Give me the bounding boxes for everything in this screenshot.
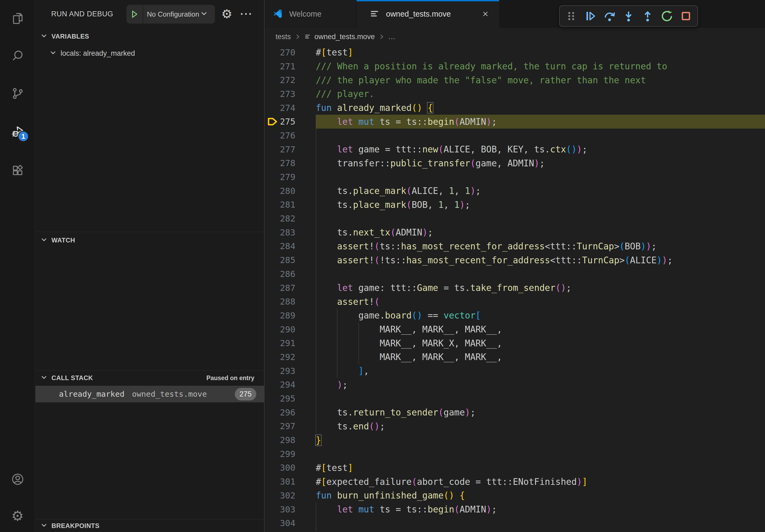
close-icon[interactable] bbox=[481, 9, 490, 19]
tab-welcome[interactable]: Welcome bbox=[264, 0, 357, 28]
line-number[interactable]: 289 bbox=[264, 311, 316, 321]
breadcrumb-folder[interactable]: tests bbox=[276, 33, 291, 41]
line-number[interactable]: 273 bbox=[264, 89, 316, 99]
code-line-303[interactable]: 303 let mut ts = ts::begin(ADMIN); bbox=[264, 502, 765, 516]
line-number[interactable]: 302 bbox=[264, 490, 316, 501]
code-line-284[interactable]: 284 assert!(ts::has_most_recent_for_addr… bbox=[264, 239, 765, 253]
line-number[interactable]: 299 bbox=[264, 449, 316, 459]
code-line-288[interactable]: 288 assert!( bbox=[264, 295, 765, 309]
debug-settings-gear-icon[interactable]: ⚙ bbox=[219, 0, 235, 28]
code-line-294[interactable]: 294 ); bbox=[264, 378, 765, 392]
line-number[interactable]: 296 bbox=[264, 407, 316, 417]
search-icon[interactable] bbox=[0, 43, 35, 69]
code-line-273[interactable]: 273/// player. bbox=[264, 87, 765, 101]
line-number[interactable]: 277 bbox=[264, 144, 316, 154]
config-dropdown[interactable]: No Configurations bbox=[147, 10, 200, 19]
line-number[interactable]: 300 bbox=[264, 463, 316, 473]
code-line-292[interactable]: 292 MARK__, MARK__, MARK__, bbox=[264, 350, 765, 364]
code-line-276[interactable]: 276 bbox=[264, 129, 765, 142]
code-line-285[interactable]: 285 assert!(!ts::has_most_recent_for_add… bbox=[264, 253, 765, 267]
line-number[interactable]: 298 bbox=[264, 435, 316, 445]
call-stack-section-header[interactable]: CALL STACK Paused on entry bbox=[35, 371, 264, 385]
code-line-289[interactable]: 289 game.board() == vector[ bbox=[264, 309, 765, 323]
settings-gear-icon[interactable]: ⚙ bbox=[0, 503, 35, 529]
code-line-271[interactable]: 271/// When a position is already marked… bbox=[264, 60, 765, 73]
code-line-297[interactable]: 297 ts.end(); bbox=[264, 419, 765, 433]
code-line-293[interactable]: 293 ], bbox=[264, 364, 765, 378]
line-number[interactable]: 280 bbox=[264, 186, 316, 196]
breadcrumb-symbol[interactable]: … bbox=[388, 33, 395, 41]
line-number[interactable]: 279 bbox=[264, 172, 316, 182]
line-number[interactable]: 304 bbox=[264, 518, 316, 528]
code-line-281[interactable]: 281 ts.place_mark(BOB, 1, 1); bbox=[264, 198, 765, 212]
explorer-icon[interactable] bbox=[0, 6, 35, 31]
stop-icon[interactable] bbox=[678, 9, 693, 24]
line-number[interactable]: 270 bbox=[264, 47, 316, 58]
line-number[interactable]: 286 bbox=[264, 269, 316, 279]
breadcrumb-file[interactable]: owned_tests.move bbox=[315, 33, 375, 41]
line-number[interactable]: 283 bbox=[264, 227, 316, 238]
code-line-283[interactable]: 283 ts.next_tx(ADMIN); bbox=[264, 226, 765, 239]
code-line-302[interactable]: 302fun burn_unfinished_game() { bbox=[264, 489, 765, 502]
line-number[interactable]: 301 bbox=[264, 476, 316, 487]
code-line-298[interactable]: 298} bbox=[264, 433, 765, 447]
code-line-290[interactable]: 290 MARK__, MARK__, MARK__, bbox=[264, 323, 765, 337]
line-number[interactable]: 287 bbox=[264, 283, 316, 293]
code-line-270[interactable]: 270#[test] bbox=[264, 46, 765, 60]
call-stack-frame[interactable]: already_marked owned_tests.move 275 bbox=[35, 386, 264, 402]
line-number[interactable]: 288 bbox=[264, 297, 316, 307]
line-number[interactable]: 282 bbox=[264, 213, 316, 224]
step-into-icon[interactable] bbox=[621, 9, 636, 24]
code-line-272[interactable]: 272/// the player who made the "false" m… bbox=[264, 73, 765, 87]
line-number[interactable]: 271 bbox=[264, 61, 316, 72]
variables-section-header[interactable]: VARIABLES bbox=[35, 28, 264, 45]
line-number[interactable]: 290 bbox=[264, 324, 316, 335]
code-line-282[interactable]: 282 bbox=[264, 212, 765, 226]
code-line-278[interactable]: 278 transfer::public_transfer(game, ADMI… bbox=[264, 156, 765, 170]
start-debugging-button[interactable] bbox=[127, 5, 143, 24]
code-line-275[interactable]: 275 let mut ts = ts::begin(ADMIN); bbox=[264, 115, 765, 129]
line-number[interactable]: 285 bbox=[264, 255, 316, 265]
line-number[interactable]: 275 bbox=[264, 117, 316, 127]
code-line-295[interactable]: 295 bbox=[264, 392, 765, 405]
code-line-286[interactable]: 286 bbox=[264, 267, 765, 281]
continue-icon[interactable] bbox=[583, 9, 598, 24]
line-number[interactable]: 294 bbox=[264, 380, 316, 390]
line-number[interactable]: 274 bbox=[264, 103, 316, 113]
extensions-icon[interactable] bbox=[0, 157, 35, 183]
breakpoints-section-header[interactable]: BREAKPOINTS bbox=[35, 519, 264, 532]
code-line-296[interactable]: 296 ts.return_to_sender(game); bbox=[264, 405, 765, 419]
step-over-icon[interactable] bbox=[602, 9, 617, 24]
code-line-280[interactable]: 280 ts.place_mark(ALICE, 1, 1); bbox=[264, 184, 765, 198]
code-line-274[interactable]: 274fun already_marked() { bbox=[264, 101, 765, 115]
tab-owned-tests-move[interactable]: owned_tests.move bbox=[357, 0, 499, 28]
step-out-icon[interactable] bbox=[640, 9, 655, 24]
line-number[interactable]: 295 bbox=[264, 394, 316, 404]
more-actions-icon[interactable]: ··· bbox=[238, 0, 255, 28]
code-line-279[interactable]: 279 bbox=[264, 170, 765, 184]
line-number[interactable]: 278 bbox=[264, 158, 316, 168]
run-and-debug-icon[interactable] bbox=[0, 119, 35, 144]
line-number[interactable]: 293 bbox=[264, 366, 316, 376]
source-control-icon[interactable] bbox=[0, 81, 35, 106]
line-number[interactable]: 297 bbox=[264, 421, 316, 431]
line-number[interactable]: 272 bbox=[264, 75, 316, 85]
watch-section-header[interactable]: WATCH bbox=[35, 232, 264, 249]
line-number[interactable]: 291 bbox=[264, 338, 316, 348]
code-line-301[interactable]: 301#[expected_failure(abort_code = ttt::… bbox=[264, 475, 765, 489]
code-line-291[interactable]: 291 MARK__, MARK_X, MARK__, bbox=[264, 336, 765, 350]
line-number[interactable]: 284 bbox=[264, 241, 316, 251]
code-line-300[interactable]: 300#[test] bbox=[264, 461, 765, 475]
line-number[interactable]: 292 bbox=[264, 352, 316, 362]
account-icon[interactable] bbox=[0, 466, 35, 492]
sidebar-editor-divider[interactable] bbox=[264, 0, 265, 532]
code-line-277[interactable]: 277 let game = ttt::new(ALICE, BOB, KEY,… bbox=[264, 142, 765, 156]
line-number[interactable]: 281 bbox=[264, 199, 316, 210]
restart-icon[interactable] bbox=[659, 9, 674, 24]
toolbar-drag-handle[interactable] bbox=[564, 9, 579, 24]
code-line-299[interactable]: 299 bbox=[264, 447, 765, 461]
line-number[interactable]: 303 bbox=[264, 504, 316, 515]
code-line-287[interactable]: 287 let game: ttt::Game = ts.take_from_s… bbox=[264, 281, 765, 295]
line-number[interactable]: 276 bbox=[264, 131, 316, 140]
code-line-304[interactable]: 304 bbox=[264, 516, 765, 530]
